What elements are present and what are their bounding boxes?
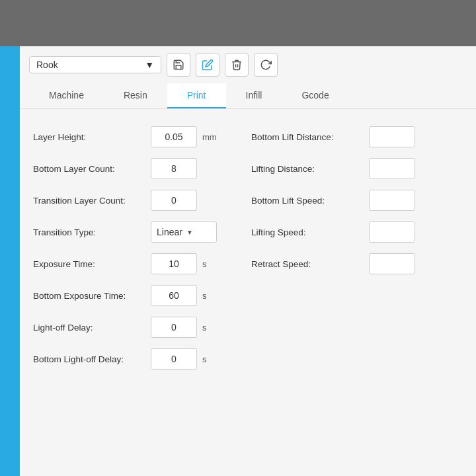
layer-height-input[interactable] <box>151 126 197 147</box>
light-off-delay-input[interactable] <box>151 317 197 338</box>
bottom-exposure-time-row: Bottom Exposure Time: s <box>33 281 245 310</box>
transition-type-label: Transition Type: <box>33 227 145 237</box>
bottom-lift-distance-label: Bottom Lift Distance: <box>251 132 364 142</box>
bottom-lift-speed-label: Bottom Lift Speed: <box>251 196 364 206</box>
exposure-time-row: Exposure Time: s <box>33 249 245 278</box>
bottom-layer-count-label: Bottom Layer Count: <box>33 164 145 174</box>
lifting-speed-input[interactable] <box>369 221 415 243</box>
main-container: Rook ▼ <box>0 46 476 476</box>
save-button[interactable] <box>167 53 190 77</box>
delete-button[interactable] <box>225 53 249 77</box>
bottom-lift-distance-row: Bottom Lift Distance: <box>251 122 463 151</box>
lifting-speed-label: Lifting Speed: <box>251 227 364 237</box>
bottom-layer-count-input[interactable] <box>151 158 197 179</box>
layer-height-unit: mm <box>202 132 217 142</box>
top-bar <box>0 0 476 46</box>
bottom-light-off-delay-input[interactable] <box>151 348 197 370</box>
dropdown-arrow-icon: ▼ <box>145 60 154 70</box>
light-off-delay-label: Light-off Delay: <box>33 323 145 333</box>
transition-type-dropdown[interactable]: Linear ▼ <box>151 221 217 243</box>
layer-height-label: Layer Height: <box>33 132 145 142</box>
form-area: Layer Height: mm Bottom Layer Count: Tra… <box>20 109 476 476</box>
refresh-button[interactable] <box>254 53 278 77</box>
layer-height-row: Layer Height: mm <box>33 122 245 151</box>
lifting-speed-row: Lifting Speed: <box>251 218 463 247</box>
lifting-distance-row: Lifting Distance: <box>251 154 463 183</box>
tab-gcode[interactable]: Gcode <box>282 83 348 108</box>
content-area: Rook ▼ <box>20 46 476 476</box>
exposure-time-unit: s <box>202 259 216 269</box>
bottom-exposure-time-label: Bottom Exposure Time: <box>33 291 145 301</box>
bottom-layer-count-row: Bottom Layer Count: <box>33 154 245 183</box>
retract-speed-label: Retract Speed: <box>251 259 364 269</box>
tab-infill[interactable]: Infill <box>226 83 282 108</box>
edit-button[interactable] <box>196 53 219 77</box>
light-off-delay-row: Light-off Delay: s <box>33 313 245 342</box>
tabs-bar: Machine Resin Print Infill Gcode <box>20 83 476 109</box>
exposure-time-input[interactable] <box>151 253 197 274</box>
bottom-lift-speed-input[interactable] <box>369 190 415 211</box>
tab-machine[interactable]: Machine <box>29 83 104 108</box>
bottom-light-off-delay-row: Bottom Light-off Delay: s <box>33 344 245 374</box>
lifting-distance-input[interactable] <box>369 158 415 179</box>
bottom-lift-speed-row: Bottom Lift Speed: <box>251 186 463 215</box>
tab-resin[interactable]: Resin <box>104 83 167 108</box>
transition-layer-count-input[interactable] <box>151 190 197 211</box>
sidebar <box>0 46 20 476</box>
bottom-exposure-time-input[interactable] <box>151 285 197 306</box>
transition-layer-count-row: Transition Layer Count: <box>33 186 245 215</box>
transition-type-arrow-icon: ▼ <box>186 229 193 236</box>
transition-type-value: Linear <box>157 227 182 237</box>
right-column: Bottom Lift Distance: Lifting Distance: … <box>245 122 463 463</box>
transition-type-row: Transition Type: Linear ▼ <box>33 218 245 247</box>
retract-speed-input[interactable] <box>369 253 415 274</box>
bottom-lift-distance-input[interactable] <box>369 126 415 147</box>
profile-name: Rook <box>36 60 58 70</box>
bottom-exposure-time-unit: s <box>202 291 216 301</box>
exposure-time-label: Exposure Time: <box>33 259 145 269</box>
light-off-delay-unit: s <box>202 323 216 333</box>
profile-dropdown[interactable]: Rook ▼ <box>29 56 161 73</box>
bottom-light-off-delay-unit: s <box>202 354 216 364</box>
lifting-distance-label: Lifting Distance: <box>251 164 364 174</box>
transition-layer-count-label: Transition Layer Count: <box>33 196 145 206</box>
tab-print[interactable]: Print <box>167 83 226 108</box>
bottom-light-off-delay-label: Bottom Light-off Delay: <box>33 354 145 364</box>
left-column: Layer Height: mm Bottom Layer Count: Tra… <box>33 122 245 463</box>
retract-speed-row: Retract Speed: <box>251 249 463 278</box>
toolbar: Rook ▼ <box>20 46 476 83</box>
